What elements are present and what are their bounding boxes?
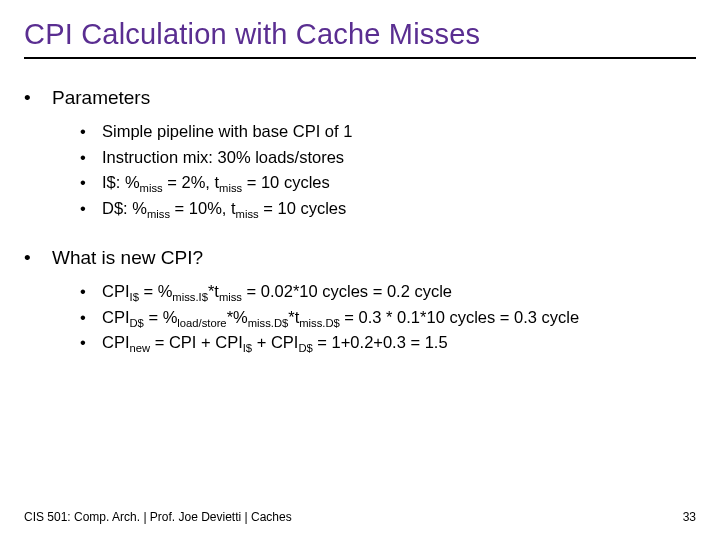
footer-left: CIS 501: Comp. Arch. | Prof. Joe Deviett… [24,510,292,524]
item-text: CPII$ = %miss.I$*tmiss = 0.02*10 cycles … [102,279,696,305]
item-text: I$: %miss = 2%, tmiss = 10 cycles [102,170,696,196]
sub-list: • CPII$ = %miss.I$*tmiss = 0.02*10 cycle… [24,279,696,356]
section-heading-text: What is new CPI? [52,247,203,269]
section-parameters: • Parameters • Simple pipeline with base… [24,87,696,221]
bullet-icon: • [80,330,102,356]
list-item: • CPII$ = %miss.I$*tmiss = 0.02*10 cycle… [80,279,696,305]
list-item: • D$: %miss = 10%, tmiss = 10 cycles [80,196,696,222]
bullet-icon: • [80,305,102,331]
bullet-icon: • [80,279,102,305]
footer: CIS 501: Comp. Arch. | Prof. Joe Deviett… [24,510,696,524]
section-heading: • Parameters [24,87,696,109]
section-heading: • What is new CPI? [24,247,696,269]
item-text: Instruction mix: 30% loads/stores [102,145,696,171]
bullet-icon: • [80,170,102,196]
slide-title: CPI Calculation with Cache Misses [24,18,696,59]
sub-list: • Simple pipeline with base CPI of 1 • I… [24,119,696,221]
bullet-icon: • [24,247,52,269]
page-number: 33 [683,510,696,524]
section-cpi: • What is new CPI? • CPII$ = %miss.I$*tm… [24,247,696,356]
item-text: CPID$ = %load/store*%miss.D$*tmiss.D$ = … [102,305,696,331]
list-item: • Simple pipeline with base CPI of 1 [80,119,696,145]
bullet-icon: • [80,119,102,145]
section-heading-text: Parameters [52,87,150,109]
bullet-icon: • [80,196,102,222]
list-item: • Instruction mix: 30% loads/stores [80,145,696,171]
item-text: D$: %miss = 10%, tmiss = 10 cycles [102,196,696,222]
list-item: • CPID$ = %load/store*%miss.D$*tmiss.D$ … [80,305,696,331]
item-text: Simple pipeline with base CPI of 1 [102,119,696,145]
item-text: CPInew = CPI + CPII$ + CPID$ = 1+0.2+0.3… [102,330,696,356]
list-item: • I$: %miss = 2%, tmiss = 10 cycles [80,170,696,196]
list-item: • CPInew = CPI + CPII$ + CPID$ = 1+0.2+0… [80,330,696,356]
bullet-icon: • [80,145,102,171]
bullet-icon: • [24,87,52,109]
